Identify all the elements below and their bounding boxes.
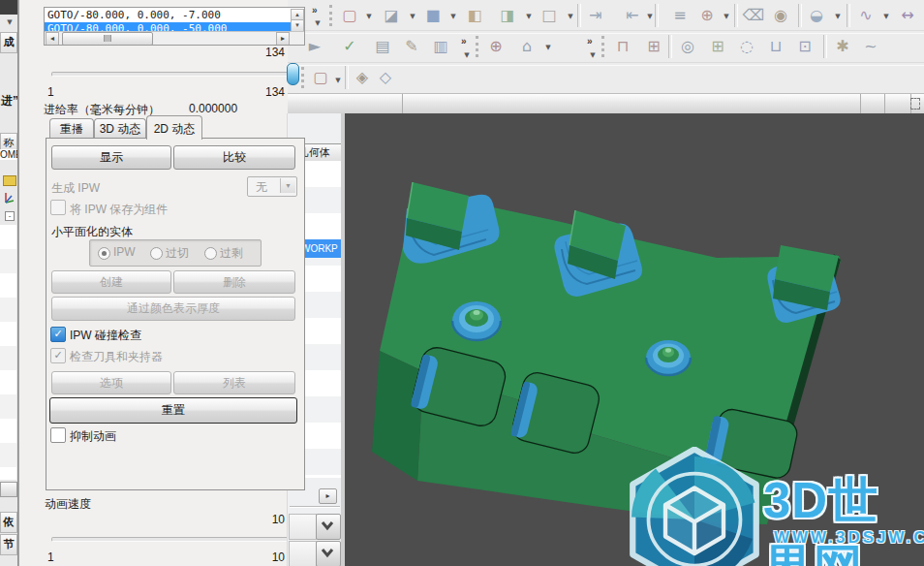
machine-tool-dropdown[interactable]: ▼ [543,43,553,52]
create-button[interactable]: 创建 [51,270,171,294]
join-curve-icon[interactable]: ∿ [853,4,878,27]
tag-box-icon[interactable]: ⊡ [792,35,817,58]
navigator-graph-icon[interactable]: ⊓ [610,35,635,58]
scroll-left-button[interactable]: ◂ [46,32,59,46]
wireframe-view-dropdown[interactable]: ▼ [566,12,575,21]
show-2d-ipw-icon[interactable]: ◇ [373,66,398,89]
window-dropdown[interactable]: ▼ [645,12,655,21]
join-curve-dropdown[interactable]: ▼ [881,12,891,21]
scroll-thumb[interactable] [62,32,153,46]
layer-settings-icon[interactable]: ≡ [667,4,693,27]
list-output-icon[interactable]: ▤ [370,35,395,58]
step-forward-icon[interactable]: ► [302,35,327,58]
toolbar-grip[interactable] [301,67,307,88]
goto-statement-list[interactable]: GOTO/-80.000, 0.000, -7.000 GOTO/-80.000… [44,7,305,46]
edit-tool-icon[interactable]: ✱ [830,35,855,58]
show-hide-dropdown[interactable]: ▼ [833,12,843,21]
toolbar-overflow-dropdown[interactable]: ▼ [462,50,472,60]
show-3d-ipw-icon[interactable]: ◈ [350,66,375,89]
orient-view-icon[interactable]: ◪ [379,4,404,27]
window-prev-icon[interactable]: ⇥ [583,4,608,27]
radio-gouge[interactable] [150,247,163,260]
toolbar-overflow-chevron[interactable]: » [587,37,593,47]
postprocess-icon[interactable]: ✎ [399,35,424,58]
details-panel-tab[interactable]: 节 [0,534,17,555]
dialog-rail-icon[interactable] [910,98,920,110]
show-hide-icon[interactable]: ◒ [804,4,829,27]
toolbar-overflow-chevron[interactable]: » [461,37,467,47]
tab-3d-dynamic[interactable]: 3D 动态 [94,118,146,139]
tag-solid-icon[interactable]: ⊔ [763,35,788,58]
tag-find-icon[interactable]: ◌ [734,35,759,58]
progress-slider-track[interactable] [51,72,297,77]
tab-replay[interactable]: 重播 [49,118,94,139]
face-analysis-icon[interactable]: ◧ [462,4,487,27]
machine-sim-icon[interactable]: ⊕ [483,35,508,58]
fit-view-dropdown[interactable]: ▼ [364,12,374,21]
machine-tool-icon[interactable]: ⌂ [514,35,539,58]
tree-collapse-icon[interactable]: - [5,211,15,221]
toolbar-overflow-dropdown[interactable]: ▼ [588,50,598,60]
radio-excess[interactable] [204,247,217,260]
ipw-collision-checkbox[interactable]: ✓ [50,327,66,342]
scroll-right-button[interactable]: ▸ [276,32,290,46]
toolbar-overflow-chevron[interactable]: » [312,6,318,16]
spline-icon[interactable]: ~ [858,35,883,58]
ipw-dropdown-arrow[interactable]: ▼ [280,178,295,193]
list-button[interactable]: 列表 [173,371,295,394]
clipped-toolbar-dropdown[interactable]: ▼ [5,17,15,27]
wcs-display-icon[interactable]: ⊕ [694,4,720,27]
shaded-cube-icon[interactable]: ■ [420,4,446,27]
toolbar-grip[interactable] [476,36,481,57]
face-edges-dropdown[interactable]: ▼ [524,12,534,21]
clipped-name-column-header[interactable]: 称 [0,133,17,150]
tab-2d-dynamic[interactable]: 2D 动态 [146,115,202,140]
verify-toolpath-icon[interactable]: ✓ [337,35,362,58]
expand-toolbar-button-2[interactable] [316,541,341,566]
ipw-resolution-dropdown[interactable]: 无 ▼ [247,176,297,197]
dependencies-panel-tab[interactable]: 依 [0,512,17,533]
mcs-axes-icon[interactable] [2,191,15,204]
thickness-by-color-button[interactable]: 通过颜色表示厚度 [51,297,295,321]
save-ipw-checkbox[interactable] [50,200,66,215]
select-rect-dropdown[interactable]: ▼ [333,76,343,85]
wireframe-view-icon[interactable]: □ [537,4,562,27]
navigator-selected-workpiece[interactable]: WORKP [299,239,342,258]
compare-button[interactable]: 比较 [173,145,295,170]
window-next-icon[interactable]: ⇤ [620,4,645,27]
folder-icon[interactable] [3,175,16,186]
toolbar-grip[interactable] [601,36,607,57]
select-rect-icon[interactable]: ▢ [308,66,333,89]
check-tool-holder-checkbox[interactable]: ✓ [50,348,66,363]
expand-toolbar-button-1[interactable] [316,514,341,540]
object-display-icon[interactable]: ◉ [768,4,793,27]
show-button[interactable]: 显示 [51,145,171,170]
tag-add-icon[interactable]: ⊞ [705,35,730,58]
radio-ipw[interactable] [98,247,110,260]
delete-button[interactable]: 删除 [173,270,295,294]
wcs-dropdown[interactable]: ▼ [722,12,731,21]
clipped-geometry-row[interactable]: OME [0,149,16,160]
options-button[interactable]: 选项 [51,371,171,394]
goto-row[interactable]: GOTO/-80.000, 0.000, -7.000 [45,9,293,21]
erase-icon[interactable]: ⌫ [741,4,766,27]
toolbar-grip[interactable] [329,5,335,26]
anim-slider-track[interactable] [51,537,297,542]
list-hscrollbar[interactable]: ◂ ▸ [45,31,304,46]
compare-paths-icon[interactable]: ▥ [428,35,453,58]
clipped-button[interactable] [0,482,17,497]
graphics-viewport[interactable]: 3D世界网 WWW.3DSJW.COM [345,113,924,566]
navigator-expand-button[interactable]: ▸ [319,488,337,504]
reset-button[interactable]: 重置 [49,397,297,424]
group-objects-icon[interactable]: ⊞ [641,35,666,58]
find-object-icon[interactable]: ◎ [675,35,700,58]
toolbar-overflow-dropdown[interactable]: ▼ [313,18,323,28]
orient-view-dropdown[interactable]: ▼ [408,12,417,21]
suppress-animation-checkbox[interactable] [50,427,66,443]
face-edges-icon[interactable]: ◨ [495,4,520,27]
shaded-cube-dropdown[interactable]: ▼ [448,12,458,21]
measure-distance-icon[interactable]: ↔ [895,4,920,27]
toolbar-separator [655,4,659,27]
progress-slider-thumb[interactable] [287,63,299,85]
fit-view-icon[interactable]: ▢ [337,4,362,27]
